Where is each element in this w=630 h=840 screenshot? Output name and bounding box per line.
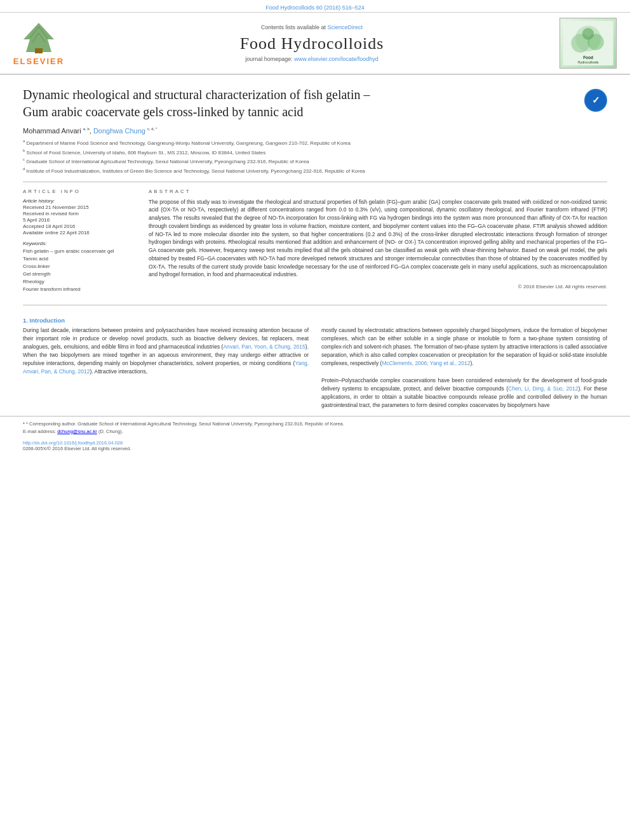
divider-2 — [23, 305, 607, 305]
journal-cover-image: Food Hydrocolloids — [560, 18, 617, 69]
header-right: Food Hydrocolloids — [556, 18, 620, 69]
homepage-url[interactable]: www.elsevier.com/locate/foodhyd — [294, 56, 379, 62]
divider-1 — [23, 182, 607, 182]
page: Food Hydrocolloids 60 (2016) 516–524 ELS… — [0, 0, 630, 840]
keywords-section: Keywords: Fish gelatin – gum arabic coac… — [23, 241, 137, 293]
journal-homepage: journal homepage: www.elsevier.com/locat… — [245, 56, 379, 62]
author2-name[interactable]: Donghwa Chung — [93, 127, 145, 135]
received-row: Received 21 November 2015 — [23, 204, 137, 210]
doi-link[interactable]: http://dx.doi.org/10.1016/j.foodhyd.2016… — [23, 440, 123, 446]
keyword-6: Fourier transform infrared — [23, 286, 137, 293]
abstract-heading: ABSTRACT — [149, 189, 607, 194]
section-number: 1. Introduction — [23, 317, 607, 324]
aff-b-text: School of Food Science, University of Id… — [27, 149, 266, 155]
journal-name: Food Hydrocolloids — [240, 34, 384, 53]
keyword-3: Cross-linker — [23, 263, 137, 270]
author2-sup: c, d, * — [147, 127, 157, 131]
elsevier-label: ELSEVIER — [13, 57, 64, 66]
ref-yang-2012[interactable]: Yang, Anvari, Pan, & Chung, 2012 — [23, 360, 309, 375]
contents-available-text: Contents lists available at — [261, 24, 326, 30]
email-name-text: (D. Chung). — [98, 429, 123, 434]
revised-label: Received in revised form — [23, 211, 79, 217]
email-label: E-mail address: — [23, 429, 56, 434]
affiliations: a Department of Marine Food Science and … — [23, 138, 607, 175]
history-label: Article history: — [23, 198, 137, 204]
intro-col-left: During last decade, interactions between… — [23, 326, 309, 410]
revised-row: Received in revised form — [23, 211, 137, 217]
article-info-col: ARTICLE INFO Article history: Received 2… — [23, 189, 137, 293]
footer-links: http://dx.doi.org/10.1016/j.foodhyd.2016… — [0, 437, 630, 454]
intro-right-text: mostly caused by electrostatic attractio… — [321, 326, 607, 368]
science-direct-line: Contents lists available at ScienceDirec… — [261, 24, 363, 30]
online-row: Available online 22 April 2016 — [23, 230, 137, 236]
star-icon: * — [23, 421, 25, 427]
intro-right-text-2: Protein–Polysaccharide complex coacervat… — [321, 377, 607, 410]
footnote-main-text: * Corresponding author. Graduate School … — [26, 421, 344, 427]
header-center: Contents lists available at ScienceDirec… — [74, 18, 550, 69]
top-bar: Food Hydrocolloids 60 (2016) 516–524 — [0, 0, 630, 13]
footnote-text: * * Corresponding author. Graduate Schoo… — [23, 420, 607, 427]
authors-line: Mohammad Anvari a, b, Donghwa Chung c, d… — [23, 127, 607, 135]
article-title: Dynamic rheological and structural chara… — [23, 86, 607, 121]
article-history-block: Article history: Received 21 November 20… — [23, 198, 137, 236]
abstract-col: ABSTRACT The propose of this study was t… — [149, 189, 607, 293]
keyword-2: Tannic acid — [23, 255, 137, 263]
ref-chen-2012[interactable]: Chen, Li, Ding, & Suo, 2012 — [508, 385, 578, 392]
affiliation-d: d Institute of Food Industrialization, I… — [23, 166, 607, 175]
section-num-text: 1. — [23, 317, 28, 324]
revised-date-row: 5 April 2016 — [23, 217, 137, 223]
journal-ref: Food Hydrocolloids 60 (2016) 516–524 — [265, 4, 365, 11]
svg-text:✓: ✓ — [592, 95, 600, 105]
ref-anvari-2015[interactable]: Anvari, Pan, Yoon, & Chung, 2015 — [223, 343, 305, 350]
online-text: Available online 22 April 2016 — [23, 230, 90, 236]
abstract-text: The propose of this study was to investi… — [149, 198, 607, 279]
article-info-heading: ARTICLE INFO — [23, 189, 137, 194]
homepage-label: journal homepage: — [245, 56, 293, 62]
received-text: Received 21 November 2015 — [23, 204, 89, 210]
revised-date: 5 April 2016 — [23, 217, 50, 223]
keyword-4: Gel strength — [23, 270, 137, 278]
svg-text:Food: Food — [583, 55, 593, 60]
header-section: ELSEVIER Contents lists available at Sci… — [0, 13, 630, 75]
accepted-text: Accepted 18 April 2016 — [23, 223, 75, 229]
aff-d-text: Institute of Food Industrialization, Ins… — [27, 168, 365, 174]
email-link[interactable]: dchung@snu.ac.kr — [57, 429, 97, 434]
title-row: ✓ Dynamic rheological and structural cha… — [23, 86, 607, 121]
keywords-label: Keywords: — [23, 241, 137, 246]
author1-sup: a, b — [83, 127, 90, 131]
intro-left-text: During last decade, interactions between… — [23, 326, 309, 377]
accepted-row: Accepted 18 April 2016 — [23, 223, 137, 229]
aff-a-text: Department of Marine Food Science and Te… — [27, 140, 351, 146]
svg-text:Hydrocolloids: Hydrocolloids — [577, 60, 598, 64]
affiliation-b: b School of Food Science, University of … — [23, 148, 607, 157]
cover-art-icon: Food Hydrocolloids — [561, 21, 615, 65]
copyright-line: © 2016 Elsevier Ltd. All rights reserved… — [149, 284, 607, 290]
aff-c-text: Graduate School of International Agricul… — [26, 159, 309, 164]
elsevier-tree-icon — [17, 20, 60, 55]
intro-two-col: During last decade, interactions between… — [23, 326, 607, 410]
svg-rect-2 — [35, 48, 43, 53]
issn-text: 0268-005X/© 2016 Elsevier Ltd. All right… — [23, 446, 131, 451]
elsevier-logo: ELSEVIER — [10, 18, 67, 69]
two-col-info-abstract: ARTICLE INFO Article history: Received 2… — [23, 189, 607, 293]
crossmark-badge[interactable]: ✓ — [584, 89, 607, 112]
intro-section: 1. Introduction During last decade, inte… — [0, 310, 630, 417]
ref-mcclements-2006[interactable]: McClements, 2006; Yang et al., 2012 — [382, 360, 470, 366]
crossmark-icon: ✓ — [584, 89, 607, 112]
svg-point-11 — [582, 28, 594, 39]
affiliation-c: c Graduate School of International Agric… — [23, 157, 607, 166]
keyword-1: Fish gelatin – gum arabic coacervate gel — [23, 248, 137, 255]
affiliation-a: a Department of Marine Food Science and … — [23, 138, 607, 147]
email-line: E-mail address: dchung@snu.ac.kr (D. Chu… — [23, 428, 607, 435]
keyword-5: Rheology — [23, 278, 137, 286]
footnote-section: * * Corresponding author. Graduate Schoo… — [0, 416, 630, 437]
article-section: ✓ Dynamic rheological and structural cha… — [0, 75, 630, 300]
science-direct-link[interactable]: ScienceDirect — [328, 24, 363, 30]
crossmark-logo-icon: ✓ — [585, 90, 607, 111]
section-title-text: Introduction — [30, 317, 65, 324]
author1-name: Mohammad Anvari — [23, 127, 81, 135]
intro-col-right: mostly caused by electrostatic attractio… — [321, 326, 607, 410]
